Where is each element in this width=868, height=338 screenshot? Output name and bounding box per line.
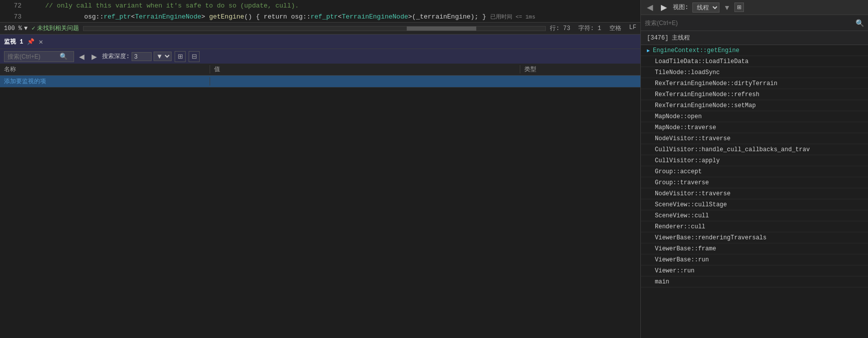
callstack-item[interactable]: RexTerrainEngineNode::setMap <box>641 100 868 111</box>
callstack-item-name: NodeVisitor::traverse <box>655 135 730 142</box>
callstack-item-name: main <box>655 278 669 285</box>
callstack-item[interactable]: Renderer::cull <box>641 221 868 232</box>
callstack-item-name: MapNode::open <box>655 113 702 120</box>
line-number-72: 72 <box>4 2 22 10</box>
cursor-space: 空格 <box>609 24 621 33</box>
depth-dropdown[interactable]: ▼ <box>154 52 172 61</box>
callstack-item[interactable]: Viewer::run <box>641 265 868 276</box>
callstack-item-name: NodeVisitor::traverse <box>655 190 730 197</box>
callstack-item[interactable]: TileNode::loadSync <box>641 67 868 78</box>
callstack-item[interactable]: ViewerBase::run <box>641 254 868 265</box>
callstack-item-name: CullVisitor::handle_cull_callbacks_and_t… <box>655 146 810 153</box>
search-icon: 🔍 <box>60 53 68 61</box>
callstack-item[interactable]: NodeVisitor::traverse <box>641 188 868 199</box>
line-number-73: 73 <box>4 13 22 21</box>
cursor-col: 字符: 1 <box>578 24 601 33</box>
code-editor: 72 // only call this variant when it's s… <box>0 0 640 22</box>
status-right: 行: 73 字符: 1 空格 LF <box>550 24 636 33</box>
callstack-item-name: RexTerrainEngineNode::setMap <box>655 102 756 109</box>
watch-nav-forward[interactable]: ▶ <box>90 52 99 62</box>
callstack-item-name: Group::traverse <box>655 179 709 186</box>
nav-settings-button[interactable]: ⊞ <box>734 3 744 12</box>
nav-back-button[interactable]: ◀ <box>645 3 655 12</box>
callstack-item-name: MapNode::traverse <box>655 124 716 131</box>
watch-row-0[interactable]: 添加要监视的项 <box>0 76 640 88</box>
search-bar: 🔍 <box>641 15 868 31</box>
depth-input[interactable] <box>132 52 152 61</box>
thread-header-text: [3476] 主线程 <box>647 34 690 42</box>
cursor-row: 行: 73 <box>550 24 570 33</box>
nav-view-dropdown[interactable]: 线程 模块 进程 <box>692 3 719 13</box>
watch-search-input[interactable] <box>8 53 58 60</box>
col-header-name: 名称 <box>0 65 210 74</box>
callstack-item[interactable]: SceneView::cull <box>641 210 868 221</box>
status-icon: ✓ <box>32 25 35 32</box>
watch-action-btn-2[interactable]: ⊟ <box>189 51 200 62</box>
callstack-item[interactable]: CullVisitor::handle_cull_callbacks_and_t… <box>641 144 868 155</box>
callstack-item[interactable]: RexTerrainEngineNode::refresh <box>641 89 868 100</box>
watch-header: 监视 1 📌 ✕ <box>0 35 640 49</box>
callstack-current-arrow: ▶ <box>647 48 650 54</box>
nav-filter-button[interactable]: ▼ <box>723 4 730 12</box>
callstack-item[interactable]: RexTerrainEngineNode::dirtyTerrain <box>641 78 868 89</box>
callstack-item-name: Group::accept <box>655 168 702 175</box>
depth-label: 搜索深度: <box>102 52 130 61</box>
horizontal-scrollbar[interactable] <box>83 26 546 31</box>
callstack-item[interactable]: ▶EngineContext::getEngine <box>641 45 868 56</box>
col-header-type: 类型 <box>520 65 640 74</box>
callstack-item[interactable]: SceneView::cullStage <box>641 199 868 210</box>
callstack-search-input[interactable] <box>645 20 853 27</box>
callstack-item-name: ViewerBase::run <box>655 256 709 263</box>
callstack-item[interactable]: LoadTileData::LoadTileData <box>641 56 868 67</box>
callstack-item[interactable]: Group::traverse <box>641 177 868 188</box>
nav-forward-button[interactable]: ▶ <box>659 3 669 12</box>
editor-toolbar: 100 % ▼ ✓ 未找到相关问题 行: 73 字符: 1 空格 LF <box>0 22 640 34</box>
nav-bar: ◀ ▶ 视图: 线程 模块 进程 ▼ ⊞ <box>641 0 868 15</box>
callstack-item[interactable]: main <box>641 276 868 287</box>
watch-panel-title: 监视 1 <box>4 38 23 46</box>
callstack-item-name: CullVisitor::apply <box>655 157 720 164</box>
callstack-item-name: RexTerrainEngineNode::refresh <box>655 91 759 98</box>
callstack-item-name: SceneView::cull <box>655 212 709 219</box>
zoom-value: 100 % <box>4 25 22 32</box>
thread-header: [3476] 主线程 <box>641 31 868 45</box>
scrollbar-thumb <box>407 27 476 31</box>
callstack-item[interactable]: MapNode::open <box>641 111 868 122</box>
callstack-list[interactable]: ▶EngineContext::getEngineLoadTileData::L… <box>641 45 868 338</box>
callstack-item[interactable]: NodeVisitor::traverse <box>641 133 868 144</box>
watch-table-header: 名称 值 类型 <box>0 64 640 76</box>
watch-table: 添加要监视的项 <box>0 76 640 338</box>
depth-control: 搜索深度: ▼ <box>102 52 172 61</box>
code-line-73: 73 osg::ref_ptr<TerrainEngineNode> getEn… <box>0 11 640 22</box>
zoom-control: 100 % ▼ <box>4 25 28 32</box>
callstack-item-name: LoadTileData::LoadTileData <box>655 58 748 65</box>
callstack-item-name: Renderer::cull <box>655 223 705 230</box>
callstack-item-name: EngineContext::getEngine <box>653 47 739 54</box>
watch-search-box: 🔍 <box>4 51 74 62</box>
callstack-item[interactable]: ViewerBase::renderingTraversals <box>641 232 868 243</box>
callstack-item[interactable]: ViewerBase::frame <box>641 243 868 254</box>
left-panel: 72 // only call this variant when it's s… <box>0 0 640 338</box>
callstack-item-name: TileNode::loadSync <box>655 69 720 76</box>
zoom-dropdown-icon[interactable]: ▼ <box>24 25 28 32</box>
watch-action-btn-1[interactable]: ⊞ <box>175 51 186 62</box>
callstack-item[interactable]: Group::accept <box>641 166 868 177</box>
watch-pin-icon[interactable]: 📌 <box>27 38 35 46</box>
watch-nav-back[interactable]: ◀ <box>77 52 87 62</box>
timing-badge: 已用时间 <= 1ms <box>490 13 535 21</box>
watch-toolbar: 🔍 ◀ ▶ 搜索深度: ▼ ⊞ ⊟ <box>0 49 640 64</box>
watch-close-button[interactable]: ✕ <box>39 38 43 46</box>
right-panel: ◀ ▶ 视图: 线程 模块 进程 ▼ ⊞ 🔍 [3476] 主线程 ▶Engin… <box>640 0 868 338</box>
col-header-value: 值 <box>210 65 520 74</box>
callstack-item[interactable]: MapNode::traverse <box>641 122 868 133</box>
callstack-item-name: ViewerBase::frame <box>655 245 716 252</box>
callstack-search-button[interactable]: 🔍 <box>855 19 864 27</box>
nav-view-label: 视图: <box>673 3 688 12</box>
main-container: 72 // only call this variant when it's s… <box>0 0 868 338</box>
cursor-encoding: LF <box>629 24 636 33</box>
status-ok: ✓ 未找到相关问题 <box>32 24 79 33</box>
watch-row-name-0: 添加要监视的项 <box>0 77 210 86</box>
status-text: 未找到相关问题 <box>37 24 79 33</box>
callstack-item-name: Viewer::run <box>655 267 694 274</box>
callstack-item[interactable]: CullVisitor::apply <box>641 155 868 166</box>
